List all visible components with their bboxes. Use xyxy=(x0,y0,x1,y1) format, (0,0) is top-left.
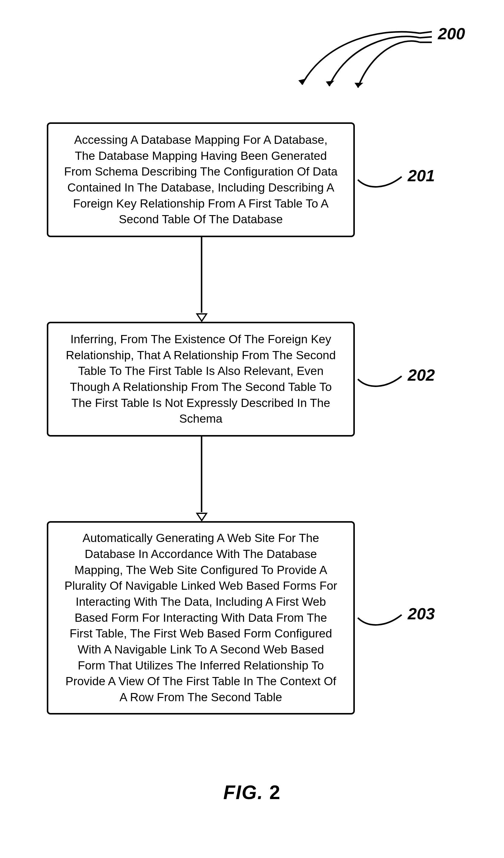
svg-marker-6 xyxy=(197,314,207,321)
ref-label-202: 202 xyxy=(408,366,435,384)
svg-marker-7 xyxy=(197,513,207,521)
ref-label-200: 200 xyxy=(438,24,465,43)
figure-caption-prefix: FIG. xyxy=(223,782,263,803)
flowchart-step-3-text: Automatically Generating A Web Site For … xyxy=(63,530,338,705)
leader-202 xyxy=(356,369,405,393)
figure-caption-number: 2 xyxy=(270,782,281,803)
svg-marker-0 xyxy=(298,79,307,84)
flowchart-page: 200 Accessing A Database Mapping For A D… xyxy=(0,0,504,858)
arrow-2-3-line xyxy=(201,436,202,512)
ref-label-201: 201 xyxy=(408,166,435,185)
arrow-2-3-head xyxy=(196,512,208,521)
svg-line-3 xyxy=(420,32,432,33)
flowchart-step-2: Inferring, From The Existence Of The For… xyxy=(47,322,355,436)
leader-201 xyxy=(356,169,405,193)
svg-line-4 xyxy=(420,37,432,38)
flowchart-step-3: Automatically Generating A Web Site For … xyxy=(47,521,355,715)
arrow-1-2-line xyxy=(201,237,202,313)
leader-203 xyxy=(356,607,405,632)
top-arrows-svg xyxy=(251,21,432,100)
flowchart-step-2-text: Inferring, From The Existence Of The For… xyxy=(63,331,338,427)
flowchart-step-1-text: Accessing A Database Mapping For A Datab… xyxy=(63,132,338,227)
figure-caption: FIG.2 xyxy=(223,781,280,804)
ref-label-203: 203 xyxy=(408,604,435,623)
arrow-1-2-head xyxy=(196,313,208,322)
flowchart-step-1: Accessing A Database Mapping For A Datab… xyxy=(47,122,355,237)
